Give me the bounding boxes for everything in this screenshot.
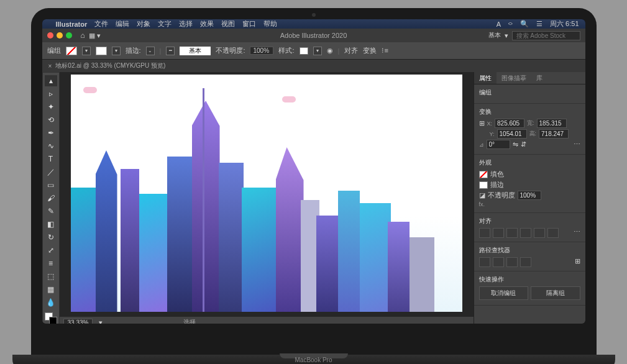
flip-v-icon[interactable]: ⇵ [521,140,526,148]
wifi-icon[interactable]: ⌔ [508,20,513,28]
app-name[interactable]: Illustrator [56,20,88,28]
chevron-down-icon[interactable]: ▾ [99,319,103,324]
align-left[interactable] [479,228,490,238]
gradient-tool[interactable]: ▦ [45,284,57,295]
menu-help[interactable]: 帮助 [263,19,277,29]
home-icon[interactable]: ⌂ [81,31,85,40]
close-tab-icon[interactable]: × [48,63,52,70]
fill-dropdown[interactable]: ▾ [82,47,91,55]
fill-swatch[interactable] [66,47,77,55]
brush-basic[interactable]: 基本 [180,47,211,55]
tab-image-trace[interactable]: 图像描摹 [497,72,531,84]
x-label: X: [487,121,493,127]
curvature-tool[interactable]: ∿ [45,140,57,152]
selection-tool[interactable]: ▴ [45,75,57,86]
status-tool: 选择 [183,318,196,324]
adobe-stock-search[interactable] [512,31,580,40]
status-bar: 33.33% ▾ 选择 [60,317,474,324]
menu-view[interactable]: 视图 [221,19,235,29]
control-center-icon[interactable]: ☰ [536,20,542,28]
stroke-swatch-panel[interactable] [479,181,488,189]
y-field[interactable] [497,129,527,139]
document-tab[interactable]: 地标02.ai @ 33.33% (CMYK/GPU 预览) [55,61,165,70]
recolor-icon[interactable]: ◉ [327,47,333,55]
align-label[interactable]: 对齐 [344,46,358,55]
panels: 属性 图像描摹 库 编组 变换 ⊞ X: 宽: Y: 高: [474,72,585,324]
minimize-button[interactable] [57,32,63,39]
fill-swatch-panel[interactable] [479,171,488,178]
eraser-tool[interactable]: ◧ [45,219,57,230]
menu-window[interactable]: 窗口 [242,19,256,29]
expand-button[interactable]: ⊞ [575,257,580,267]
isolate-button[interactable]: 隔离组 [531,286,580,300]
pathfinder-header: 路径查找器 [479,246,580,255]
ungroup-button[interactable]: 取消编组 [479,286,529,300]
window-title: Adobe Illustrator 2020 [280,32,347,39]
style-swatch[interactable] [300,47,308,55]
y-label: Y: [490,131,495,137]
rectangle-tool[interactable]: ▭ [45,180,57,191]
tab-libraries[interactable]: 库 [531,72,547,84]
more-options-icon[interactable]: ⋯ [574,228,580,238]
a-icon[interactable]: A [497,20,501,28]
style-dropdown[interactable]: ▾ [313,47,322,55]
registration-icon[interactable]: ⊞ [479,119,485,127]
clock[interactable]: 周六 6:51 [550,19,579,29]
lasso-tool[interactable]: ⟲ [45,114,57,125]
canvas-area: 33.33% ▾ 选择 [60,72,474,324]
scale-tool[interactable]: ⤢ [45,245,57,256]
menu-text[interactable]: 文字 [158,19,172,29]
layout-icon[interactable]: ▦ ▾ [89,32,101,40]
fill-stroke-colors[interactable] [45,312,57,324]
chevron-down-icon[interactable]: ▾ [505,32,508,40]
pathfinder-minus[interactable] [493,257,504,267]
menu-effect[interactable]: 效果 [200,19,214,29]
stroke-dropdown[interactable]: ▾ [112,47,121,55]
free-transform-tool[interactable]: ⬚ [45,271,57,282]
align-hcenter[interactable] [493,228,504,238]
flip-h-icon[interactable]: ⇋ [513,140,518,148]
more-icon[interactable]: ⁝≡ [382,47,388,55]
align-vcenter[interactable] [534,228,545,238]
magic-wand-tool[interactable]: ✦ [45,101,57,112]
maximize-button[interactable] [66,32,72,39]
more-options-icon[interactable]: ⋯ [574,140,580,148]
tab-properties[interactable]: 属性 [474,72,497,84]
menu-edit[interactable]: 编辑 [116,19,129,29]
line-tool[interactable]: ／ [45,166,57,178]
menu-file[interactable]: 文件 [94,19,108,29]
align-bottom[interactable] [547,228,559,238]
align-right[interactable] [506,228,518,238]
zoom-field[interactable]: 33.33% [63,319,93,324]
width-tool[interactable]: ≡ [45,258,57,269]
angle-field[interactable] [487,140,510,149]
shaper-tool[interactable]: ✎ [45,206,57,217]
type-tool[interactable]: T [45,153,57,165]
height-field[interactable] [539,129,569,139]
eyedropper-tool[interactable]: 💧 [45,297,57,308]
opacity-field-panel[interactable] [518,191,541,200]
rotate-tool[interactable]: ↻ [45,232,57,243]
x-field[interactable] [495,119,524,128]
align-top[interactable] [520,228,531,238]
spotlight-icon[interactable]: 🔍 [520,20,529,28]
menu-select[interactable]: 选择 [179,19,193,29]
width-field[interactable] [537,119,567,128]
close-button[interactable] [47,32,53,39]
workspace-dropdown[interactable]: 基本 [488,31,501,40]
canvas[interactable] [60,72,474,317]
stroke-weight[interactable]: ⌄ [146,47,155,55]
laptop-model: MacBook Pro [295,357,332,363]
stroke-swatch[interactable] [96,47,107,55]
pathfinder-intersect[interactable] [506,257,518,267]
pen-tool[interactable]: ✒ [45,127,57,139]
paintbrush-tool[interactable]: 🖌 [45,193,57,204]
brush-picker[interactable]: ━ [166,47,175,55]
pathfinder-exclude[interactable] [520,257,531,267]
opacity-field[interactable]: 100% [250,47,273,55]
direct-selection-tool[interactable]: ▹ [45,88,57,99]
pathfinder-unite[interactable] [479,257,490,267]
fx-label[interactable]: fx. [479,201,485,207]
menu-object[interactable]: 对象 [137,19,150,29]
transform-label[interactable]: 变换 [363,46,377,55]
